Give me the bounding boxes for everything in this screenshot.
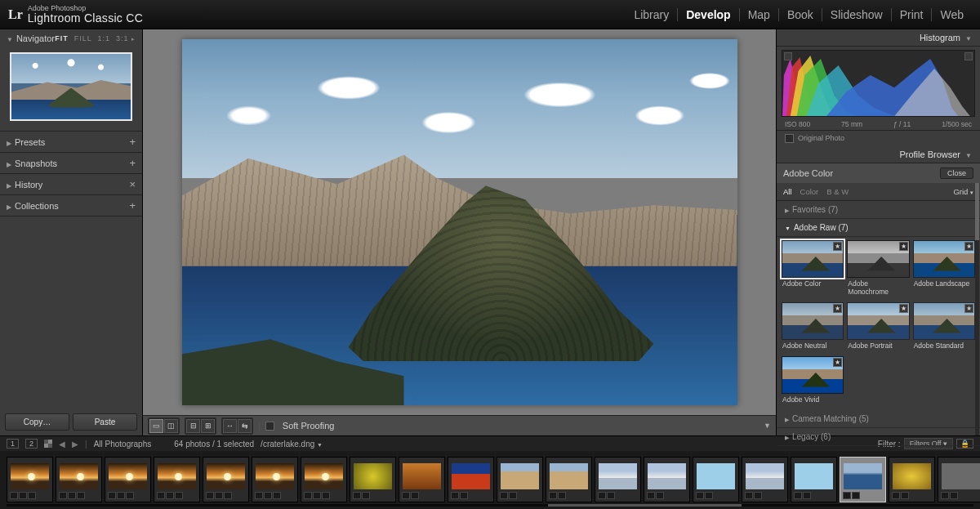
favorite-star-icon[interactable]: ★ [899,304,908,313]
thumb[interactable] [889,457,935,502]
favorite-star-icon[interactable]: ★ [833,304,842,313]
thumb[interactable] [399,457,445,502]
profile-adobe-portrait[interactable]: ★Adobe Portrait [847,302,909,353]
thumb[interactable] [350,457,396,502]
photo-canvas[interactable] [143,29,776,415]
module-book[interactable]: Book [779,8,822,21]
thumb[interactable] [938,457,980,502]
filter-all[interactable]: All [783,187,792,196]
profile-view-grid[interactable]: Grid ▾ [953,187,973,196]
section-label: History [15,180,42,190]
module-slideshow[interactable]: Slideshow [822,8,892,21]
before-after-lr-icon[interactable]: ◫ [164,419,178,433]
camera-matching-category[interactable]: ▶Camera Matching (5) [777,410,980,428]
profile-adobe-standard[interactable]: ★Adobe Standard [913,302,975,353]
presets-section[interactable]: ▶Presets+ [0,132,142,152]
source-label[interactable]: All Photographs [94,440,152,449]
profile-adobe-monochrome[interactable]: ★Adobe Monochrome [847,240,909,299]
profile-browser-header[interactable]: Profile Browser ▼ [777,146,980,163]
clear-icon[interactable]: × [129,178,136,190]
before-after-tb-icon[interactable]: ⊟ [186,419,200,433]
thumb-selected[interactable] [840,457,886,502]
module-print[interactable]: Print [892,8,933,21]
collections-section[interactable]: ▶Collections+ [0,195,142,216]
copy-settings-icon[interactable]: ⇆ [238,419,252,433]
original-photo-row[interactable]: Original Photo [777,130,980,146]
thumb[interactable] [56,457,102,502]
thumb[interactable] [203,457,249,502]
add-icon[interactable]: + [129,199,136,212]
nav-back-icon[interactable]: ◀ [59,440,65,449]
add-icon[interactable]: + [129,157,136,169]
snapshots-section[interactable]: ▶Snapshots+ [0,153,142,173]
favorite-star-icon[interactable]: ★ [899,242,908,251]
right-scrollbar[interactable] [975,183,979,435]
thumb[interactable] [742,457,788,502]
paste-button[interactable]: Paste [73,413,137,431]
filmstrip[interactable] [0,451,980,507]
filmstrip-scrollbar[interactable] [7,504,973,507]
thumb[interactable] [595,457,641,502]
filter-bw[interactable]: B & W [826,187,849,196]
navigator-zoom-levels[interactable]: FIT FILL 1:1 3:1 ▸ [55,34,136,42]
thumb[interactable] [791,457,837,502]
nav-fwd-icon[interactable]: ▶ [72,440,78,449]
module-library[interactable]: Library [626,8,678,21]
original-label: Original Photo [798,134,844,142]
histogram-header[interactable]: Histogram ▼ [777,29,980,47]
shadow-clip-icon[interactable] [784,52,792,60]
profile-adobe-color[interactable]: ★Adobe Color [782,240,844,299]
exif-row: ISO 800 75 mm ƒ / 11 1/500 sec [777,118,980,130]
develop-toolbar: ▭ ◫ ⊟ ⊞ ↔ ⇆ | Soft Proofing ▼ [143,415,776,435]
module-map[interactable]: Map [740,8,779,21]
thumb[interactable] [546,457,592,502]
swap-icon[interactable]: ↔ [223,419,237,433]
soft-proof-checkbox[interactable] [265,422,274,431]
thumb[interactable] [105,457,151,502]
navigator-header[interactable]: ▼Navigator FIT FILL 1:1 3:1 ▸ [0,29,142,47]
chevron-down-icon: ▼ [785,225,791,231]
copy-button[interactable]: Copy… [5,413,69,431]
legacy-category[interactable]: ▶Legacy (6) [777,428,980,446]
filename-label[interactable]: /craterlake.dng ▼ [261,440,323,449]
add-icon[interactable]: + [129,136,136,148]
favorites-category[interactable]: ▶Favorites (7) [777,201,980,219]
profile-close-button[interactable]: Close [940,167,973,179]
adobe-raw-category[interactable]: ▼Adobe Raw (7) [777,219,980,237]
profile-adobe-landscape[interactable]: ★Adobe Landscape [913,240,975,299]
favorite-star-icon[interactable]: ★ [833,242,842,251]
profile-filter-row: All Color B & W Grid ▾ [777,183,980,201]
filter-color[interactable]: Color [800,187,819,196]
navigator-thumbnail[interactable] [10,52,132,121]
module-develop[interactable]: Develop [678,8,739,21]
module-web[interactable]: Web [932,8,972,21]
thumb[interactable] [693,457,739,502]
highlight-clip-icon[interactable] [964,52,973,60]
copy-paste-row: Copy… Paste [0,409,142,435]
history-section[interactable]: ▶History× [0,174,142,194]
profile-adobe-vivid[interactable]: ★Adobe Vivid [782,356,844,407]
loupe-view-icon[interactable]: ▭ [149,419,163,433]
profile-adobe-neutral[interactable]: ★Adobe Neutral [782,302,844,353]
chevron-down-icon: ▼ [965,152,972,159]
original-checkbox[interactable] [785,134,794,143]
workspace: ▼Navigator FIT FILL 1:1 3:1 ▸ ▶Presets+ … [0,29,980,435]
thumb[interactable] [497,457,543,502]
profile-current-row: Adobe Color Close [777,163,980,183]
toolbar-expand-icon[interactable]: ▼ [764,422,771,430]
thumb[interactable] [644,457,690,502]
thumb[interactable] [7,457,53,502]
favorite-star-icon[interactable]: ★ [964,242,973,251]
secondary-monitor-button[interactable]: 2 [25,439,38,449]
grid-view-icon[interactable] [44,440,52,448]
histogram[interactable] [782,50,975,117]
exif-focal: 75 mm [841,120,862,128]
before-after-split-icon[interactable]: ⊞ [201,419,215,433]
favorite-star-icon[interactable]: ★ [833,358,842,367]
thumb[interactable] [301,457,347,502]
favorite-star-icon[interactable]: ★ [964,304,973,313]
primary-monitor-button[interactable]: 1 [7,439,19,449]
thumb[interactable] [448,457,494,502]
thumb[interactable] [154,457,200,502]
thumb[interactable] [252,457,298,502]
